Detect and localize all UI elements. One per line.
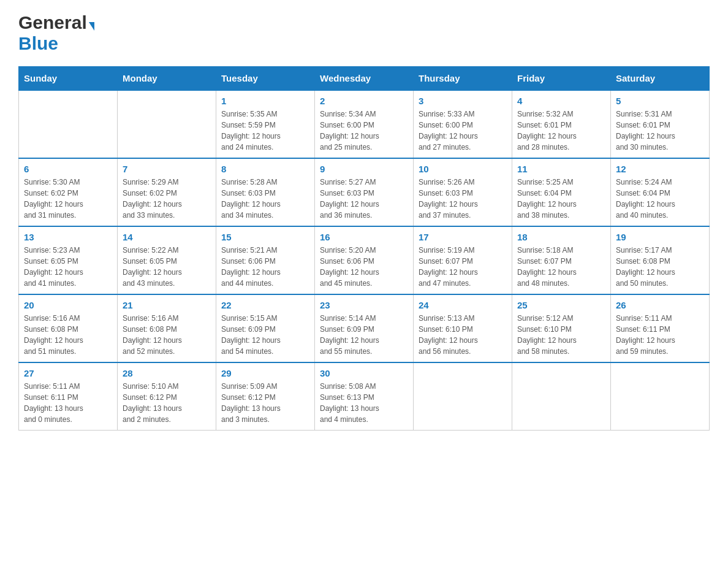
- day-number: 26: [616, 300, 704, 310]
- day-number: 9: [320, 164, 408, 174]
- calendar-body: 1Sunrise: 5:35 AM Sunset: 5:59 PM Daylig…: [19, 90, 710, 431]
- day-number: 13: [24, 232, 112, 242]
- day-info: Sunrise: 5:12 AM Sunset: 6:10 PM Dayligh…: [517, 313, 605, 357]
- day-info: Sunrise: 5:31 AM Sunset: 6:01 PM Dayligh…: [616, 109, 704, 153]
- day-number: 7: [123, 164, 211, 174]
- day-number: 8: [221, 164, 309, 174]
- calendar-cell: 16Sunrise: 5:20 AM Sunset: 6:06 PM Dayli…: [315, 226, 414, 294]
- day-info: Sunrise: 5:25 AM Sunset: 6:04 PM Dayligh…: [517, 177, 605, 221]
- calendar-table: SundayMondayTuesdayWednesdayThursdayFrid…: [18, 66, 710, 431]
- day-number: 29: [221, 368, 309, 378]
- day-info: Sunrise: 5:29 AM Sunset: 6:02 PM Dayligh…: [123, 177, 211, 221]
- day-info: Sunrise: 5:09 AM Sunset: 6:12 PM Dayligh…: [221, 381, 309, 425]
- day-info: Sunrise: 5:20 AM Sunset: 6:06 PM Dayligh…: [320, 245, 408, 289]
- calendar-week-2: 6Sunrise: 5:30 AM Sunset: 6:02 PM Daylig…: [19, 158, 710, 226]
- day-info: Sunrise: 5:30 AM Sunset: 6:02 PM Dayligh…: [24, 177, 112, 221]
- calendar-cell: 12Sunrise: 5:24 AM Sunset: 6:04 PM Dayli…: [611, 158, 710, 226]
- day-info: Sunrise: 5:27 AM Sunset: 6:03 PM Dayligh…: [320, 177, 408, 221]
- day-info: Sunrise: 5:28 AM Sunset: 6:03 PM Dayligh…: [221, 177, 309, 221]
- calendar-cell: 9Sunrise: 5:27 AM Sunset: 6:03 PM Daylig…: [315, 158, 414, 226]
- weekday-header-monday: Monday: [118, 67, 216, 91]
- calendar-cell: 30Sunrise: 5:08 AM Sunset: 6:13 PM Dayli…: [315, 362, 414, 431]
- day-info: Sunrise: 5:11 AM Sunset: 6:11 PM Dayligh…: [24, 381, 112, 425]
- day-number: 16: [320, 232, 408, 242]
- calendar-cell: 22Sunrise: 5:15 AM Sunset: 6:09 PM Dayli…: [216, 294, 315, 362]
- day-info: Sunrise: 5:16 AM Sunset: 6:08 PM Dayligh…: [24, 313, 112, 357]
- weekday-header-tuesday: Tuesday: [216, 67, 315, 91]
- calendar-cell: 2Sunrise: 5:34 AM Sunset: 6:00 PM Daylig…: [315, 90, 414, 158]
- logo-blue-line: Blue: [18, 33, 58, 54]
- calendar-cell: 21Sunrise: 5:16 AM Sunset: 6:08 PM Dayli…: [118, 294, 216, 362]
- day-number: 1: [221, 96, 309, 106]
- day-number: 2: [320, 96, 408, 106]
- day-info: Sunrise: 5:23 AM Sunset: 6:05 PM Dayligh…: [24, 245, 112, 289]
- day-info: Sunrise: 5:15 AM Sunset: 6:09 PM Dayligh…: [221, 313, 309, 357]
- calendar-cell: 29Sunrise: 5:09 AM Sunset: 6:12 PM Dayli…: [216, 362, 315, 431]
- calendar-cell: 27Sunrise: 5:11 AM Sunset: 6:11 PM Dayli…: [19, 362, 118, 431]
- day-number: 10: [419, 164, 507, 174]
- calendar-cell: 11Sunrise: 5:25 AM Sunset: 6:04 PM Dayli…: [512, 158, 611, 226]
- day-info: Sunrise: 5:10 AM Sunset: 6:12 PM Dayligh…: [123, 381, 211, 425]
- day-number: 18: [517, 232, 605, 242]
- day-number: 14: [123, 232, 211, 242]
- day-info: Sunrise: 5:16 AM Sunset: 6:08 PM Dayligh…: [123, 313, 211, 357]
- calendar-week-5: 27Sunrise: 5:11 AM Sunset: 6:11 PM Dayli…: [19, 362, 710, 431]
- day-info: Sunrise: 5:24 AM Sunset: 6:04 PM Dayligh…: [616, 177, 704, 221]
- calendar-cell: 23Sunrise: 5:14 AM Sunset: 6:09 PM Dayli…: [315, 294, 414, 362]
- calendar-cell: 25Sunrise: 5:12 AM Sunset: 6:10 PM Dayli…: [512, 294, 611, 362]
- calendar-cell: 7Sunrise: 5:29 AM Sunset: 6:02 PM Daylig…: [118, 158, 216, 226]
- day-number: 4: [517, 96, 605, 106]
- day-number: 12: [616, 164, 704, 174]
- day-info: Sunrise: 5:11 AM Sunset: 6:11 PM Dayligh…: [616, 313, 704, 357]
- calendar-cell: 5Sunrise: 5:31 AM Sunset: 6:01 PM Daylig…: [611, 90, 710, 158]
- calendar-cell: 10Sunrise: 5:26 AM Sunset: 6:03 PM Dayli…: [414, 158, 512, 226]
- day-number: 6: [24, 164, 112, 174]
- weekday-header-row: SundayMondayTuesdayWednesdayThursdayFrid…: [19, 67, 710, 91]
- day-info: Sunrise: 5:08 AM Sunset: 6:13 PM Dayligh…: [320, 381, 408, 425]
- logo-general: General: [18, 12, 87, 33]
- day-info: Sunrise: 5:22 AM Sunset: 6:05 PM Dayligh…: [123, 245, 211, 289]
- weekday-header-wednesday: Wednesday: [315, 67, 414, 91]
- day-info: Sunrise: 5:17 AM Sunset: 6:08 PM Dayligh…: [616, 245, 704, 289]
- day-number: 5: [616, 96, 704, 106]
- calendar-header: SundayMondayTuesdayWednesdayThursdayFrid…: [19, 67, 710, 91]
- calendar-cell: 26Sunrise: 5:11 AM Sunset: 6:11 PM Dayli…: [611, 294, 710, 362]
- calendar-cell: [512, 362, 611, 431]
- calendar-cell: [118, 90, 216, 158]
- calendar-cell: 28Sunrise: 5:10 AM Sunset: 6:12 PM Dayli…: [118, 362, 216, 431]
- calendar-cell: 13Sunrise: 5:23 AM Sunset: 6:05 PM Dayli…: [19, 226, 118, 294]
- day-info: Sunrise: 5:35 AM Sunset: 5:59 PM Dayligh…: [221, 109, 309, 153]
- day-number: 20: [24, 300, 112, 310]
- calendar-cell: 8Sunrise: 5:28 AM Sunset: 6:03 PM Daylig…: [216, 158, 315, 226]
- calendar-cell: 6Sunrise: 5:30 AM Sunset: 6:02 PM Daylig…: [19, 158, 118, 226]
- day-number: 24: [419, 300, 507, 310]
- day-number: 25: [517, 300, 605, 310]
- day-number: 19: [616, 232, 704, 242]
- day-info: Sunrise: 5:21 AM Sunset: 6:06 PM Dayligh…: [221, 245, 309, 289]
- day-info: Sunrise: 5:33 AM Sunset: 6:00 PM Dayligh…: [419, 109, 507, 153]
- page-header: General Blue: [18, 12, 710, 54]
- day-info: Sunrise: 5:34 AM Sunset: 6:00 PM Dayligh…: [320, 109, 408, 153]
- day-number: 15: [221, 232, 309, 242]
- calendar-cell: [19, 90, 118, 158]
- weekday-header-saturday: Saturday: [611, 67, 710, 91]
- day-number: 30: [320, 368, 408, 378]
- day-number: 11: [517, 164, 605, 174]
- calendar-week-4: 20Sunrise: 5:16 AM Sunset: 6:08 PM Dayli…: [19, 294, 710, 362]
- day-number: 27: [24, 368, 112, 378]
- weekday-header-sunday: Sunday: [19, 67, 118, 91]
- day-number: 17: [419, 232, 507, 242]
- logo-text: General: [18, 12, 94, 33]
- day-info: Sunrise: 5:14 AM Sunset: 6:09 PM Dayligh…: [320, 313, 408, 357]
- calendar-cell: 1Sunrise: 5:35 AM Sunset: 5:59 PM Daylig…: [216, 90, 315, 158]
- day-number: 3: [419, 96, 507, 106]
- calendar-cell: 24Sunrise: 5:13 AM Sunset: 6:10 PM Dayli…: [414, 294, 512, 362]
- weekday-header-friday: Friday: [512, 67, 611, 91]
- day-number: 21: [123, 300, 211, 310]
- day-number: 28: [123, 368, 211, 378]
- day-info: Sunrise: 5:18 AM Sunset: 6:07 PM Dayligh…: [517, 245, 605, 289]
- day-info: Sunrise: 5:26 AM Sunset: 6:03 PM Dayligh…: [419, 177, 507, 221]
- logo-triangle-icon: [89, 22, 94, 31]
- day-number: 23: [320, 300, 408, 310]
- calendar-cell: 20Sunrise: 5:16 AM Sunset: 6:08 PM Dayli…: [19, 294, 118, 362]
